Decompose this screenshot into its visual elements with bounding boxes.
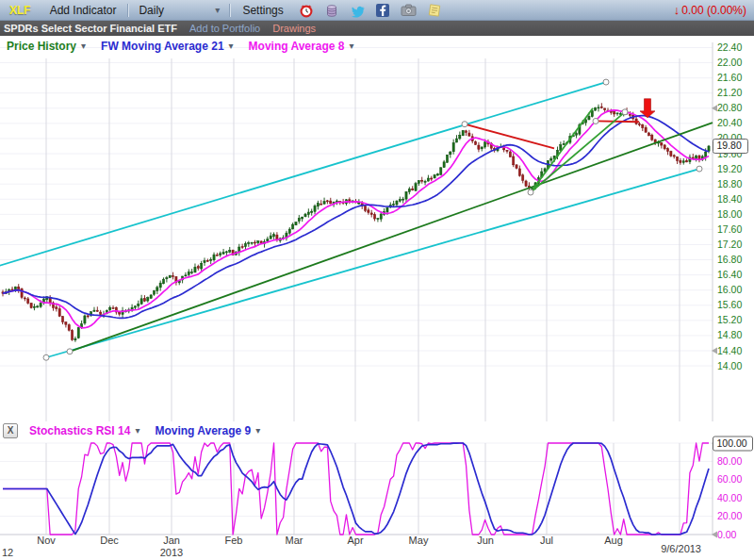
price-axis-label: 21.60 bbox=[717, 72, 742, 83]
drawing-handle[interactable] bbox=[622, 109, 628, 115]
channel-upper-line[interactable] bbox=[0, 82, 606, 267]
price-axis-label: 17.20 bbox=[717, 239, 742, 250]
candle-body bbox=[65, 322, 67, 325]
indicator-axis-label: 60.00 bbox=[717, 473, 742, 485]
candle-body bbox=[598, 107, 599, 108]
candle-body bbox=[159, 283, 161, 288]
candle-body bbox=[434, 175, 435, 178]
candle-body bbox=[109, 307, 111, 309]
candle-body bbox=[446, 155, 448, 162]
candle-body bbox=[415, 184, 417, 190]
drawing-handle[interactable] bbox=[697, 166, 702, 172]
candle-body bbox=[651, 135, 653, 140]
candle-body bbox=[307, 212, 309, 215]
main-chart-legend: Price History ▾ FW Moving Average 21 ▾ M… bbox=[7, 40, 365, 53]
price-axis-label: 22.40 bbox=[717, 41, 742, 53]
candle-body bbox=[201, 263, 203, 269]
rally-line-a[interactable] bbox=[531, 108, 593, 192]
candle-body bbox=[588, 116, 590, 120]
candle-body bbox=[254, 242, 255, 243]
candle-body bbox=[311, 211, 313, 212]
candle-body bbox=[465, 131, 467, 133]
candle-body bbox=[27, 299, 29, 304]
candle-body bbox=[323, 202, 325, 205]
candle-body bbox=[680, 160, 681, 162]
drawing-annotations bbox=[0, 79, 713, 360]
close-indicator-button[interactable]: X bbox=[3, 423, 18, 438]
candle-body bbox=[267, 239, 269, 241]
candle-body bbox=[575, 134, 577, 136]
ma8-dropdown[interactable]: Moving Average 8 ▾ bbox=[249, 40, 354, 53]
candle-body bbox=[244, 243, 246, 246]
indicator-axis-label: 40.00 bbox=[717, 492, 742, 503]
resistance-line[interactable] bbox=[596, 121, 639, 122]
candle-body bbox=[421, 180, 423, 181]
current-indicator-label: 100.00 bbox=[717, 437, 747, 449]
candle-body bbox=[24, 298, 25, 299]
candle-body bbox=[169, 275, 171, 277]
candle-body bbox=[204, 261, 205, 263]
candle-body bbox=[666, 149, 668, 152]
candle-body bbox=[443, 162, 445, 168]
candle-body bbox=[516, 165, 517, 169]
candle-body bbox=[30, 304, 32, 308]
chevron-down-icon: ▾ bbox=[135, 426, 139, 436]
ma21-label: FW Moving Average 21 bbox=[101, 40, 223, 53]
candle-body bbox=[298, 218, 300, 221]
candle-body bbox=[37, 306, 39, 307]
price-axis-label: 18.00 bbox=[717, 208, 742, 220]
candle-body bbox=[272, 235, 274, 237]
candle-body bbox=[68, 325, 70, 331]
price-axis-label: 15.60 bbox=[717, 299, 742, 310]
indicator-axis-label: 80.00 bbox=[717, 455, 742, 467]
candle-body bbox=[304, 214, 306, 217]
drawing-handle[interactable] bbox=[528, 189, 533, 195]
chart-canvas[interactable]: 22.4022.0021.6021.2020.8020.4020.0019.60… bbox=[0, 0, 754, 560]
axes: 22.4022.0021.6021.2020.8020.4020.0019.60… bbox=[2, 41, 753, 558]
candle-body bbox=[248, 243, 250, 244]
drawing-handle[interactable] bbox=[603, 79, 609, 85]
candle-body bbox=[364, 206, 366, 211]
price-history-dropdown[interactable]: Price History ▾ bbox=[7, 40, 86, 53]
month-label: Jun bbox=[477, 535, 494, 546]
drawing-handle[interactable] bbox=[67, 349, 73, 354]
price-axis-label: 20.80 bbox=[717, 102, 742, 113]
stochrsi-dropdown[interactable]: Stochastics RSI 14 ▾ bbox=[29, 424, 139, 437]
candle-body bbox=[393, 204, 395, 205]
ma9-dropdown[interactable]: Moving Average 9 ▾ bbox=[155, 424, 260, 437]
candle-body bbox=[563, 143, 565, 144]
candle-body bbox=[450, 152, 451, 155]
candle-body bbox=[373, 215, 375, 220]
drawing-handle[interactable] bbox=[462, 122, 467, 127]
candle-body bbox=[220, 254, 221, 255]
candle-body bbox=[185, 275, 187, 276]
year-label: 2013 bbox=[160, 547, 183, 558]
price-axis-label: 19.20 bbox=[717, 163, 742, 174]
candle-body bbox=[119, 312, 121, 314]
candle-body bbox=[370, 213, 372, 215]
candle-body bbox=[216, 255, 218, 255]
rally-line-b[interactable] bbox=[531, 112, 625, 192]
drawing-handle[interactable] bbox=[593, 118, 598, 124]
drawing-handle[interactable] bbox=[43, 354, 49, 360]
candle-body bbox=[84, 316, 86, 323]
candle-body bbox=[664, 145, 665, 149]
candle-body bbox=[600, 107, 602, 107]
candle-body bbox=[396, 201, 398, 205]
candle-body bbox=[58, 309, 60, 317]
candle-body bbox=[459, 135, 461, 139]
candle-body bbox=[96, 310, 98, 311]
candle-body bbox=[696, 156, 697, 158]
support-trendline[interactable] bbox=[70, 123, 713, 352]
candle-body bbox=[156, 288, 158, 290]
price-axis-label: 22.00 bbox=[717, 57, 742, 68]
candle-body bbox=[506, 150, 508, 151]
candle-body bbox=[682, 161, 684, 163]
month-label: Jan bbox=[163, 535, 180, 546]
candle-body bbox=[222, 253, 224, 255]
candle-body bbox=[377, 219, 379, 220]
candle-body bbox=[513, 156, 515, 165]
channel-lower-line[interactable] bbox=[46, 169, 699, 357]
price-axis-label: 17.60 bbox=[717, 223, 742, 235]
ma21-dropdown[interactable]: FW Moving Average 21 ▾ bbox=[101, 40, 234, 53]
